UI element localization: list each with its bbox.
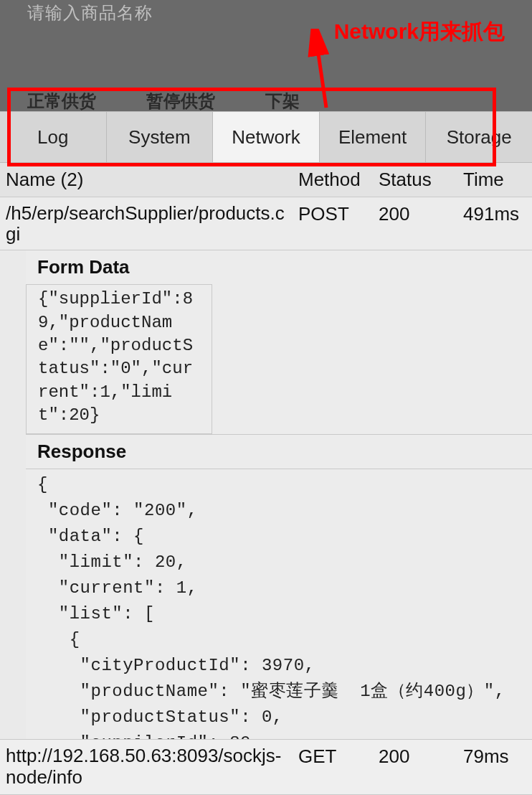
network-request-row[interactable]: /h5/erp/searchSupplier/products.cgi POST… — [0, 197, 532, 250]
request-time: 491ms — [457, 197, 532, 250]
col-method: Method — [293, 163, 373, 197]
response-value[interactable]: { "code": "200", "data": { "limit": 20, … — [26, 469, 532, 740]
col-name: Name (2) — [0, 163, 293, 197]
bg-tab: 下架 — [265, 90, 300, 113]
svg-line-0 — [315, 34, 326, 108]
devtools-tabbar: Log System Network Element Storage — [0, 111, 532, 163]
network-request-row[interactable]: http://192.168.50.63:8093/sockjs-node/in… — [0, 739, 532, 795]
form-data-value[interactable]: {"supplierId":89,"productName":"","produ… — [27, 285, 212, 430]
request-status: 200 — [373, 197, 457, 250]
col-status: Status — [373, 163, 457, 197]
bg-tab: 暂停供货 — [146, 90, 215, 113]
tab-element[interactable]: Element — [320, 112, 427, 162]
form-data-label: Form Data — [26, 250, 532, 284]
bg-tab: 正常供货 — [27, 90, 96, 113]
background-app: 请输入商品名称 正常供货 暂停供货 下架 Network用来抓包 — [0, 0, 532, 111]
request-name: /h5/erp/searchSupplier/products.cgi — [0, 197, 293, 250]
request-name: http://192.168.50.63:8093/sockjs-node/in… — [0, 740, 293, 794]
tab-log[interactable]: Log — [0, 112, 107, 162]
tab-storage[interactable]: Storage — [426, 112, 532, 162]
background-tabs: 正常供货 暂停供货 下架 — [27, 90, 300, 113]
request-method: GET — [293, 740, 373, 794]
tab-network[interactable]: Network — [213, 112, 320, 162]
tab-system[interactable]: System — [107, 112, 214, 162]
search-placeholder: 请输入商品名称 — [27, 1, 153, 24]
request-method: POST — [293, 197, 373, 250]
request-time: 79ms — [457, 740, 532, 794]
col-time: Time — [457, 163, 532, 197]
annotation-text: Network用来抓包 — [334, 17, 505, 47]
arrow-icon — [298, 29, 341, 115]
network-table-header: Name (2) Method Status Time — [0, 163, 532, 197]
request-detail-panel: Form Data {"supplierId":89,"productName"… — [26, 250, 532, 739]
request-status: 200 — [373, 740, 457, 794]
response-label: Response — [26, 434, 532, 469]
